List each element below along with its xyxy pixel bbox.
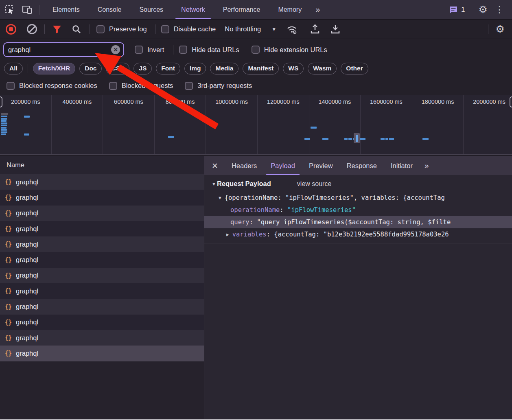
collapse-triangle-icon[interactable]: ▼: [212, 182, 216, 186]
collapse-triangle-icon[interactable]: ▼: [219, 195, 221, 201]
timeline-request-bar[interactable]: [360, 138, 365, 140]
checkbox[interactable]: [161, 25, 169, 33]
timeline-request-bar[interactable]: [422, 138, 429, 140]
3rd-party-requests-checkbox[interactable]: 3rd-party requests: [185, 82, 252, 90]
timeline-request-bar[interactable]: [168, 136, 174, 138]
chip-all[interactable]: All: [4, 63, 23, 74]
clear-filter-icon[interactable]: ✕: [111, 45, 120, 54]
table-row[interactable]: {}graphql: [0, 236, 204, 252]
tab-elements[interactable]: Elements: [44, 0, 89, 19]
table-row[interactable]: {}graphql: [0, 206, 204, 221]
timeline-request-bar[interactable]: [1, 118, 7, 120]
tab-initiator[interactable]: Initiator: [384, 156, 420, 175]
tab-headers[interactable]: Headers: [225, 156, 264, 175]
request-payload-title[interactable]: ▼ Request Payload: [212, 180, 271, 188]
tab-network[interactable]: Network: [172, 0, 214, 19]
chip-js[interactable]: JS: [133, 63, 152, 74]
view-source-link[interactable]: view source: [297, 180, 331, 188]
close-details-icon[interactable]: ✕: [204, 156, 225, 175]
disable-cache-checkbox[interactable]: Disable cache: [161, 25, 216, 33]
timeline-request-bar[interactable]: [322, 138, 328, 140]
throttling-dropdown[interactable]: No throttling ▼: [225, 25, 276, 33]
timeline-request-bar[interactable]: [311, 127, 317, 129]
timeline-selected-request-marker[interactable]: [354, 133, 360, 143]
chip-manifest[interactable]: Manifest: [243, 63, 279, 74]
timeline-request-bar[interactable]: [1, 116, 7, 117]
tab-response[interactable]: Response: [340, 156, 384, 175]
table-row[interactable]: {}graphql: [0, 268, 204, 283]
blocked-requests-checkbox[interactable]: Blocked requests: [109, 82, 173, 90]
table-row[interactable]: {}graphql: [0, 174, 204, 190]
network-overview-timeline[interactable]: 200000 ms400000 ms600000 ms800000 ms1000…: [0, 95, 512, 155]
payload-summary-line[interactable]: ▼ {operationName: "ipFlowTimeseries", va…: [204, 192, 512, 204]
table-row[interactable]: {}graphql: [0, 221, 204, 236]
invert-checkbox[interactable]: Invert: [135, 46, 164, 54]
chip-ws[interactable]: WS: [283, 63, 304, 74]
chip-font[interactable]: Font: [156, 63, 180, 74]
payload-property-operationName[interactable]: operationName: "ipFlowTimeseries": [204, 204, 512, 216]
blocked-response-cookies-checkbox[interactable]: Blocked response cookies: [7, 82, 97, 90]
name-column-header[interactable]: Name: [0, 156, 204, 174]
checkbox[interactable]: [96, 25, 105, 33]
timeline-request-bar[interactable]: [24, 116, 30, 118]
chip-doc[interactable]: Doc: [79, 63, 102, 74]
timeline-request-bar[interactable]: [344, 138, 348, 140]
timeline-left-handle[interactable]: [0, 96, 2, 107]
network-conditions-icon[interactable]: [286, 24, 298, 34]
timeline-request-bar[interactable]: [1, 125, 7, 126]
payload-property-variables[interactable]: ▶variables: {accountTag: "b12e3b2192ee55…: [204, 228, 512, 241]
payload-property-query[interactable]: query: "query ipFlowTimeseries($accountT…: [204, 216, 512, 228]
timeline-request-bar[interactable]: [1, 113, 8, 115]
tab-performance[interactable]: Performance: [214, 0, 269, 19]
timeline-request-bar[interactable]: [1, 120, 7, 122]
table-row[interactable]: {}graphql: [0, 283, 204, 299]
chip-fetch-xhr[interactable]: Fetch/XHR: [33, 63, 75, 74]
timeline-request-bar[interactable]: [304, 138, 310, 140]
chip-other[interactable]: Other: [341, 63, 368, 74]
more-detail-tabs-icon[interactable]: »: [420, 156, 433, 175]
tab-sources[interactable]: Sources: [130, 0, 172, 19]
timeline-request-bar[interactable]: [381, 138, 385, 140]
filter-funnel-icon[interactable]: [52, 25, 62, 34]
hide-data-urls-checkbox[interactable]: Hide data URLs: [179, 46, 239, 54]
chip-img[interactable]: Img: [184, 63, 206, 74]
more-tabs-icon[interactable]: »: [311, 0, 324, 19]
hide-extension-urls-checkbox[interactable]: Hide extension URLs: [252, 46, 327, 54]
timeline-request-bar[interactable]: [24, 133, 29, 136]
kebab-menu-icon[interactable]: ⋮: [491, 4, 508, 15]
search-icon[interactable]: [72, 24, 81, 34]
record-network-log-button[interactable]: [6, 24, 16, 35]
tab-preview[interactable]: Preview: [302, 156, 340, 175]
timeline-right-handle[interactable]: [510, 96, 512, 107]
settings-gear-icon[interactable]: ⚙: [475, 4, 491, 15]
checkbox[interactable]: [135, 46, 143, 54]
chip-wasm[interactable]: Wasm: [308, 63, 337, 74]
timeline-request-bar[interactable]: [1, 127, 7, 129]
expand-triangle-icon[interactable]: ▶: [226, 232, 229, 237]
tab-payload[interactable]: Payload: [264, 156, 302, 175]
issues-count[interactable]: 1: [461, 6, 465, 14]
checkbox[interactable]: [179, 46, 187, 54]
inspect-element-icon[interactable]: [5, 5, 15, 15]
filter-input-value[interactable]: graphql: [8, 46, 111, 54]
chip-media[interactable]: Media: [210, 63, 238, 74]
device-toolbar-icon[interactable]: [22, 5, 33, 15]
checkbox[interactable]: [185, 82, 193, 90]
checkbox[interactable]: [109, 82, 117, 90]
table-row[interactable]: {}graphql: [0, 190, 204, 205]
timeline-request-bar[interactable]: [1, 129, 7, 131]
timeline-request-bar[interactable]: [1, 131, 7, 133]
checkbox[interactable]: [7, 82, 15, 90]
network-settings-gear-icon[interactable]: ⚙: [492, 24, 508, 34]
table-row[interactable]: {}graphql: [0, 299, 204, 314]
table-row[interactable]: {}graphql: [0, 252, 204, 267]
tab-console[interactable]: Console: [89, 0, 131, 19]
filter-input[interactable]: graphql ✕: [3, 42, 124, 57]
table-row[interactable]: {}graphql: [0, 346, 204, 361]
timeline-request-bar[interactable]: [1, 133, 6, 135]
chip-css[interactable]: CSS: [106, 63, 129, 74]
timeline-request-bar[interactable]: [348, 138, 352, 140]
preserve-log-checkbox[interactable]: Preserve log: [96, 25, 147, 33]
import-har-icon[interactable]: [310, 24, 320, 34]
clear-network-log-button[interactable]: [27, 24, 37, 34]
